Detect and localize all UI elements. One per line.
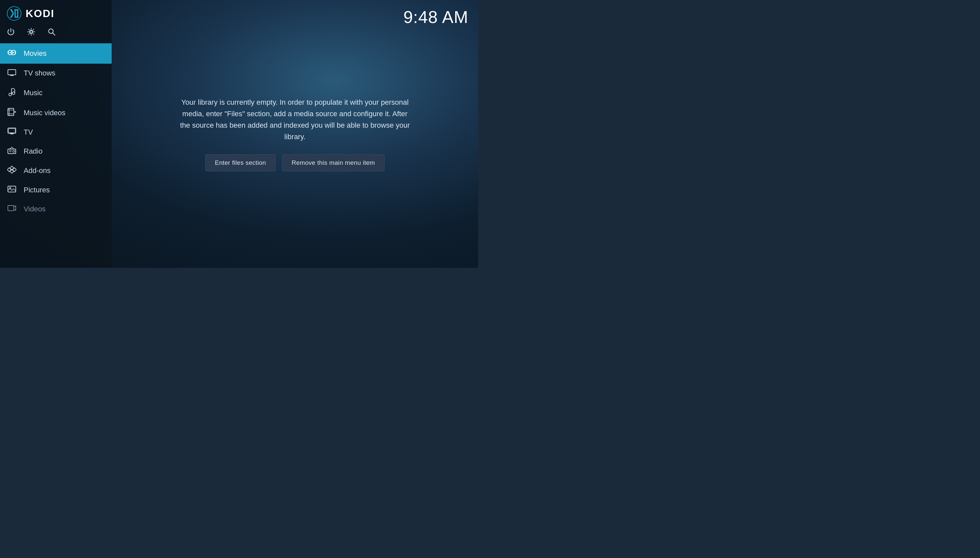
svg-point-9 xyxy=(13,52,14,53)
clock: 9:48 AM xyxy=(403,7,468,27)
top-icons-bar xyxy=(0,24,112,43)
kodi-logo-icon xyxy=(7,6,22,21)
sidebar-item-tv-label: TV xyxy=(24,128,33,136)
sidebar-item-radio[interactable]: Radio xyxy=(0,142,112,161)
sidebar-item-add-ons-label: Add-ons xyxy=(24,166,51,175)
svg-rect-12 xyxy=(8,70,16,75)
power-icon[interactable] xyxy=(7,28,15,38)
svg-marker-39 xyxy=(14,206,16,210)
svg-marker-35 xyxy=(13,168,16,172)
radio-icon xyxy=(7,146,17,156)
sidebar-item-pictures-label: Pictures xyxy=(24,186,49,194)
sidebar-item-movies[interactable]: Movies xyxy=(0,43,112,64)
music-videos-icon xyxy=(7,108,17,118)
sidebar-item-music-label: Music xyxy=(24,89,42,97)
svg-rect-38 xyxy=(8,205,14,211)
svg-point-8 xyxy=(10,52,11,53)
add-ons-icon xyxy=(7,166,17,176)
main-content: Your library is currently empty. In orde… xyxy=(112,0,478,268)
svg-marker-1 xyxy=(10,9,14,18)
svg-line-5 xyxy=(53,33,55,35)
sidebar-item-music[interactable]: Music xyxy=(0,83,112,103)
sidebar-item-videos[interactable]: Videos xyxy=(0,200,112,218)
sidebar-item-tv[interactable]: TV xyxy=(0,123,112,142)
settings-icon[interactable] xyxy=(27,28,36,38)
sidebar-item-add-ons[interactable]: Add-ons xyxy=(0,161,112,181)
sidebar-item-music-videos[interactable]: Music videos xyxy=(0,103,112,123)
search-icon[interactable] xyxy=(47,28,56,38)
sidebar-item-radio-label: Radio xyxy=(24,147,42,156)
app-name: KODI xyxy=(26,8,54,20)
enter-files-button[interactable]: Enter files section xyxy=(205,154,276,171)
content-box: Your library is currently empty. In orde… xyxy=(164,84,426,185)
action-buttons: Enter files section Remove this main men… xyxy=(177,154,413,171)
pictures-icon xyxy=(7,185,17,195)
music-icon xyxy=(7,87,17,98)
sidebar-item-movies-label: Movies xyxy=(24,49,47,58)
svg-marker-23 xyxy=(15,111,16,113)
svg-marker-34 xyxy=(7,168,11,172)
svg-point-2 xyxy=(30,31,33,33)
remove-menu-item-button[interactable]: Remove this main menu item xyxy=(282,154,385,171)
svg-rect-25 xyxy=(8,129,15,133)
svg-point-15 xyxy=(9,93,12,96)
sidebar-item-music-videos-label: Music videos xyxy=(24,108,65,117)
sidebar: KODI xyxy=(0,0,112,268)
logo-area: KODI xyxy=(0,0,112,24)
svg-rect-19 xyxy=(8,108,14,115)
movies-icon xyxy=(7,48,17,59)
sidebar-item-videos-label: Videos xyxy=(24,205,46,213)
sidebar-item-pictures[interactable]: Pictures xyxy=(0,181,112,200)
tv-icon xyxy=(7,127,17,137)
sidebar-item-tv-shows[interactable]: TV shows xyxy=(0,64,112,83)
svg-point-29 xyxy=(13,150,15,152)
library-empty-message: Your library is currently empty. In orde… xyxy=(177,97,413,143)
tv-shows-icon xyxy=(7,68,17,78)
svg-point-18 xyxy=(12,92,15,95)
sidebar-item-tv-shows-label: TV shows xyxy=(24,69,56,77)
videos-icon xyxy=(7,204,17,214)
